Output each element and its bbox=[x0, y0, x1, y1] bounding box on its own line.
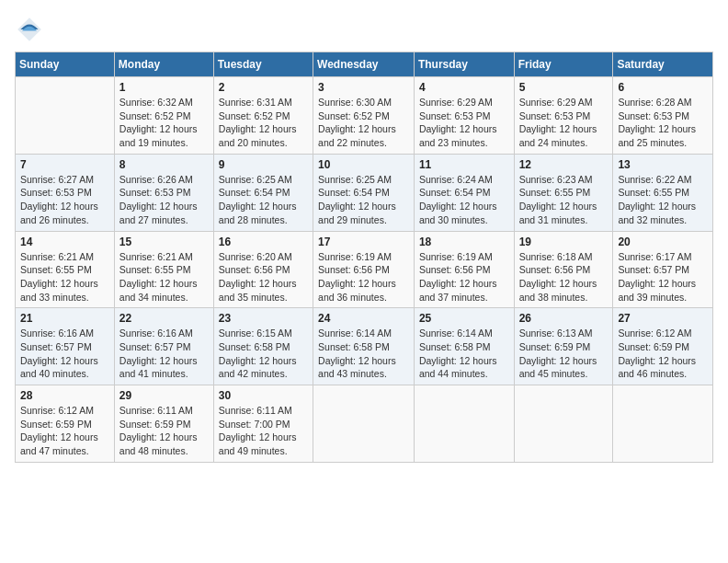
day-cell: 7Sunrise: 6:27 AM Sunset: 6:53 PM Daylig… bbox=[16, 154, 115, 231]
day-number: 24 bbox=[318, 312, 409, 325]
day-cell: 21Sunrise: 6:16 AM Sunset: 6:57 PM Dayli… bbox=[16, 308, 115, 385]
calendar-header: SundayMondayTuesdayWednesdayThursdayFrid… bbox=[16, 52, 713, 77]
day-number: 1 bbox=[119, 81, 209, 94]
day-cell: 15Sunrise: 6:21 AM Sunset: 6:55 PM Dayli… bbox=[114, 231, 213, 308]
day-number: 15 bbox=[119, 236, 209, 248]
day-info: Sunrise: 6:11 AM Sunset: 6:59 PM Dayligh… bbox=[119, 404, 209, 458]
day-cell bbox=[16, 77, 115, 155]
day-info: Sunrise: 6:25 AM Sunset: 6:54 PM Dayligh… bbox=[318, 173, 409, 227]
day-cell: 30Sunrise: 6:11 AM Sunset: 7:00 PM Dayli… bbox=[213, 385, 313, 463]
day-number: 22 bbox=[119, 312, 209, 325]
day-number: 16 bbox=[219, 236, 308, 248]
day-cell: 19Sunrise: 6:18 AM Sunset: 6:56 PM Dayli… bbox=[514, 231, 613, 308]
col-header-tuesday: Tuesday bbox=[213, 52, 313, 77]
day-cell: 18Sunrise: 6:19 AM Sunset: 6:56 PM Dayli… bbox=[414, 231, 514, 308]
week-row-2: 7Sunrise: 6:27 AM Sunset: 6:53 PM Daylig… bbox=[16, 154, 713, 231]
day-number: 8 bbox=[119, 158, 209, 171]
day-cell: 2Sunrise: 6:31 AM Sunset: 6:52 PM Daylig… bbox=[213, 77, 313, 155]
day-number: 23 bbox=[219, 312, 308, 325]
day-info: Sunrise: 6:21 AM Sunset: 6:55 PM Dayligh… bbox=[119, 250, 209, 304]
day-cell: 29Sunrise: 6:11 AM Sunset: 6:59 PM Dayli… bbox=[114, 385, 213, 463]
day-number: 19 bbox=[519, 236, 609, 248]
header-row: SundayMondayTuesdayWednesdayThursdayFrid… bbox=[16, 52, 713, 77]
day-info: Sunrise: 6:29 AM Sunset: 6:53 PM Dayligh… bbox=[419, 96, 509, 150]
day-info: Sunrise: 6:19 AM Sunset: 6:56 PM Dayligh… bbox=[318, 250, 409, 304]
day-info: Sunrise: 6:16 AM Sunset: 6:57 PM Dayligh… bbox=[20, 327, 109, 381]
day-number: 26 bbox=[519, 312, 609, 325]
day-number: 2 bbox=[219, 81, 308, 94]
col-header-saturday: Saturday bbox=[613, 52, 713, 77]
logo bbox=[15, 15, 48, 44]
day-cell: 1Sunrise: 6:32 AM Sunset: 6:52 PM Daylig… bbox=[114, 77, 213, 155]
day-info: Sunrise: 6:14 AM Sunset: 6:58 PM Dayligh… bbox=[419, 327, 509, 381]
day-cell: 6Sunrise: 6:28 AM Sunset: 6:53 PM Daylig… bbox=[613, 77, 713, 155]
day-info: Sunrise: 6:30 AM Sunset: 6:52 PM Dayligh… bbox=[318, 96, 409, 150]
day-number: 27 bbox=[618, 312, 708, 325]
col-header-sunday: Sunday bbox=[16, 52, 115, 77]
day-info: Sunrise: 6:12 AM Sunset: 6:59 PM Dayligh… bbox=[20, 404, 109, 458]
day-cell: 24Sunrise: 6:14 AM Sunset: 6:58 PM Dayli… bbox=[313, 308, 415, 385]
day-info: Sunrise: 6:20 AM Sunset: 6:56 PM Dayligh… bbox=[219, 250, 308, 304]
day-number: 4 bbox=[419, 81, 509, 94]
day-number: 13 bbox=[618, 158, 708, 171]
day-number: 7 bbox=[20, 158, 109, 171]
col-header-wednesday: Wednesday bbox=[313, 52, 415, 77]
day-cell: 8Sunrise: 6:26 AM Sunset: 6:53 PM Daylig… bbox=[114, 154, 213, 231]
day-cell bbox=[514, 385, 613, 463]
day-number: 30 bbox=[219, 389, 308, 402]
week-row-4: 21Sunrise: 6:16 AM Sunset: 6:57 PM Dayli… bbox=[16, 308, 713, 385]
col-header-friday: Friday bbox=[514, 52, 613, 77]
day-number: 9 bbox=[219, 158, 308, 171]
day-number: 18 bbox=[419, 236, 509, 248]
day-cell: 9Sunrise: 6:25 AM Sunset: 6:54 PM Daylig… bbox=[213, 154, 313, 231]
day-cell: 20Sunrise: 6:17 AM Sunset: 6:57 PM Dayli… bbox=[613, 231, 713, 308]
day-info: Sunrise: 6:24 AM Sunset: 6:54 PM Dayligh… bbox=[419, 173, 509, 227]
day-number: 3 bbox=[318, 81, 409, 94]
day-info: Sunrise: 6:17 AM Sunset: 6:57 PM Dayligh… bbox=[618, 250, 708, 304]
day-number: 20 bbox=[618, 236, 708, 248]
day-info: Sunrise: 6:23 AM Sunset: 6:55 PM Dayligh… bbox=[519, 173, 609, 227]
day-info: Sunrise: 6:16 AM Sunset: 6:57 PM Dayligh… bbox=[119, 327, 209, 381]
day-cell: 12Sunrise: 6:23 AM Sunset: 6:55 PM Dayli… bbox=[514, 154, 613, 231]
week-row-1: 1Sunrise: 6:32 AM Sunset: 6:52 PM Daylig… bbox=[16, 77, 713, 155]
day-info: Sunrise: 6:28 AM Sunset: 6:53 PM Dayligh… bbox=[618, 96, 708, 150]
day-info: Sunrise: 6:32 AM Sunset: 6:52 PM Dayligh… bbox=[119, 96, 209, 150]
day-cell: 22Sunrise: 6:16 AM Sunset: 6:57 PM Dayli… bbox=[114, 308, 213, 385]
day-number: 12 bbox=[519, 158, 609, 171]
calendar-body: 1Sunrise: 6:32 AM Sunset: 6:52 PM Daylig… bbox=[16, 77, 713, 463]
day-info: Sunrise: 6:21 AM Sunset: 6:55 PM Dayligh… bbox=[20, 250, 109, 304]
calendar-table: SundayMondayTuesdayWednesdayThursdayFrid… bbox=[15, 52, 713, 463]
day-info: Sunrise: 6:22 AM Sunset: 6:55 PM Dayligh… bbox=[618, 173, 708, 227]
day-number: 28 bbox=[20, 389, 109, 402]
day-cell: 11Sunrise: 6:24 AM Sunset: 6:54 PM Dayli… bbox=[414, 154, 514, 231]
day-info: Sunrise: 6:25 AM Sunset: 6:54 PM Dayligh… bbox=[219, 173, 308, 227]
day-info: Sunrise: 6:13 AM Sunset: 6:59 PM Dayligh… bbox=[519, 327, 609, 381]
day-number: 17 bbox=[318, 236, 409, 248]
logo-icon bbox=[15, 15, 44, 44]
col-header-thursday: Thursday bbox=[414, 52, 514, 77]
day-cell bbox=[313, 385, 415, 463]
day-cell bbox=[613, 385, 713, 463]
day-info: Sunrise: 6:26 AM Sunset: 6:53 PM Dayligh… bbox=[119, 173, 209, 227]
day-info: Sunrise: 6:18 AM Sunset: 6:56 PM Dayligh… bbox=[519, 250, 609, 304]
day-cell: 17Sunrise: 6:19 AM Sunset: 6:56 PM Dayli… bbox=[313, 231, 415, 308]
day-info: Sunrise: 6:12 AM Sunset: 6:59 PM Dayligh… bbox=[618, 327, 708, 381]
day-cell: 27Sunrise: 6:12 AM Sunset: 6:59 PM Dayli… bbox=[613, 308, 713, 385]
day-info: Sunrise: 6:11 AM Sunset: 7:00 PM Dayligh… bbox=[219, 404, 308, 458]
day-number: 29 bbox=[119, 389, 209, 402]
day-info: Sunrise: 6:27 AM Sunset: 6:53 PM Dayligh… bbox=[20, 173, 109, 227]
page-header bbox=[15, 15, 713, 44]
day-info: Sunrise: 6:19 AM Sunset: 6:56 PM Dayligh… bbox=[419, 250, 509, 304]
col-header-monday: Monday bbox=[114, 52, 213, 77]
day-cell: 26Sunrise: 6:13 AM Sunset: 6:59 PM Dayli… bbox=[514, 308, 613, 385]
day-cell: 4Sunrise: 6:29 AM Sunset: 6:53 PM Daylig… bbox=[414, 77, 514, 155]
day-info: Sunrise: 6:15 AM Sunset: 6:58 PM Dayligh… bbox=[219, 327, 308, 381]
day-number: 14 bbox=[20, 236, 109, 248]
day-cell: 5Sunrise: 6:29 AM Sunset: 6:53 PM Daylig… bbox=[514, 77, 613, 155]
day-cell bbox=[414, 385, 514, 463]
day-cell: 25Sunrise: 6:14 AM Sunset: 6:58 PM Dayli… bbox=[414, 308, 514, 385]
day-cell: 10Sunrise: 6:25 AM Sunset: 6:54 PM Dayli… bbox=[313, 154, 415, 231]
day-number: 25 bbox=[419, 312, 509, 325]
week-row-3: 14Sunrise: 6:21 AM Sunset: 6:55 PM Dayli… bbox=[16, 231, 713, 308]
day-cell: 13Sunrise: 6:22 AM Sunset: 6:55 PM Dayli… bbox=[613, 154, 713, 231]
